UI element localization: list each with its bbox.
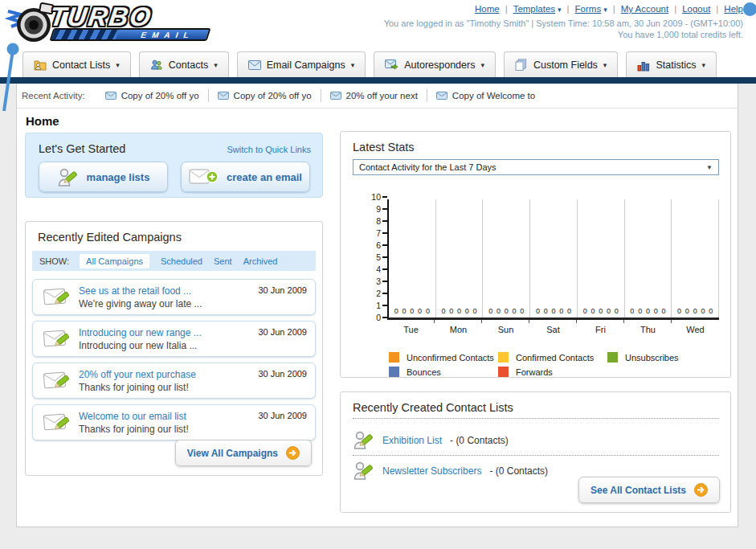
legend-item: Unconfirmed Contacts xyxy=(389,352,498,363)
person-pencil-icon xyxy=(353,460,374,481)
logo-sub: EMAIL xyxy=(140,31,196,39)
campaign-title-link[interactable]: Welcome to our email list xyxy=(79,411,189,422)
chevron-down-icon: ▾ xyxy=(480,61,484,69)
stats-dropdown-value: Contact Activity for the Last 7 Days xyxy=(359,162,497,172)
recent-activity-item-label: Copy of Welcome to xyxy=(452,91,535,100)
chevron-down-icon: ▾ xyxy=(603,61,607,69)
chart-group: 00000 xyxy=(578,199,625,318)
envelope-pencil-icon xyxy=(43,412,79,434)
campaign-item: Welcome to our email listThanks for join… xyxy=(32,404,316,440)
chart-group: 00000 xyxy=(530,199,578,318)
header-link-home[interactable]: Home xyxy=(475,4,500,14)
envelope-icon xyxy=(436,92,447,100)
header-link-forms[interactable]: Forms▾ xyxy=(575,4,607,14)
y-axis-tick xyxy=(382,196,387,198)
header-link-logout[interactable]: Logout xyxy=(682,4,710,14)
legend-label: Unsubscribes xyxy=(625,353,679,363)
campaign-text: Welcome to our email listThanks for join… xyxy=(79,411,189,435)
view-all-campaigns-button[interactable]: View All Campaigns xyxy=(175,440,312,466)
value-label: 0 xyxy=(646,307,650,315)
tab-label: Email Campaigns xyxy=(267,59,345,71)
contact-list-link[interactable]: Exhibition List xyxy=(382,435,442,446)
link-separator: | xyxy=(505,4,508,14)
bar-chart-icon xyxy=(637,59,650,72)
envelope-icon xyxy=(105,92,116,100)
value-label: 0 xyxy=(513,307,517,315)
y-axis-label: 10 xyxy=(362,193,381,202)
legend-label: Bounces xyxy=(407,367,441,377)
main-content: Recent Activity: Copy of 20% off yoCopy … xyxy=(16,84,738,527)
campaign-item: Introducing our new range ...Introducing… xyxy=(32,321,316,357)
recent-activity-item[interactable]: Copy of 20% off yo xyxy=(96,89,209,102)
chart-group: 00000 xyxy=(389,199,436,318)
manage-lists-button[interactable]: manage lists xyxy=(39,162,168,192)
tab-custom-fields[interactable]: Custom Fields▾ xyxy=(504,51,618,77)
campaign-filter-tabs: All CampaignsScheduledSentArchived xyxy=(80,254,277,268)
legend-swatch xyxy=(607,352,618,363)
header-link-templates[interactable]: Templates▾ xyxy=(513,4,562,14)
header-link-my-account[interactable]: My Account xyxy=(621,4,668,14)
arrow-circle-icon xyxy=(694,483,708,497)
y-axis-tick xyxy=(382,305,387,306)
tab-statistics[interactable]: Statistics▾ xyxy=(626,51,717,77)
campaign-date: 30 Jun 2009 xyxy=(258,369,307,379)
chart-groups: 00000000000000000000000000000000000 xyxy=(389,199,719,318)
chart-legend: Unconfirmed ContactsConfirmed ContactsUn… xyxy=(389,352,717,381)
recent-activity-item[interactable]: Copy of 20% off yo xyxy=(209,89,321,102)
tab-contact-lists[interactable]: Contact Lists▾ xyxy=(22,51,131,77)
campaign-filter-bar: SHOW: All CampaignsScheduledSentArchived xyxy=(32,251,316,271)
filter-tab-sent[interactable]: Sent xyxy=(214,256,232,266)
y-axis-label: 6 xyxy=(362,241,381,250)
y-axis-tick xyxy=(382,220,387,222)
filter-tab-all-campaigns[interactable]: All Campaigns xyxy=(80,254,149,268)
chart-group: 00000 xyxy=(625,199,672,318)
switch-quick-links-link[interactable]: Switch to Quick Links xyxy=(227,145,311,154)
tab-label: Custom Fields xyxy=(533,59,598,71)
needle-decoration xyxy=(0,40,22,117)
link-separator: | xyxy=(613,4,615,14)
value-label: 0 xyxy=(599,307,603,315)
recent-activity-item[interactable]: 20% off your next xyxy=(321,89,427,102)
get-started-header: Let's Get Started Switch to Quick Links xyxy=(26,133,322,155)
logo-email-bar: EMAIL xyxy=(49,28,210,41)
view-all-campaigns-label: View All Campaigns xyxy=(187,448,278,459)
value-label: 0 xyxy=(615,307,619,315)
x-axis-label: Thu xyxy=(624,320,672,334)
y-axis-tick xyxy=(382,317,387,318)
header-link-help[interactable]: Help xyxy=(724,4,743,14)
stats-dropdown[interactable]: Contact Activity for the Last 7 Days ▼ xyxy=(353,159,719,175)
tab-autoresponders[interactable]: Autoresponders▾ xyxy=(374,51,496,77)
value-label: 0 xyxy=(583,307,587,315)
legend-label: Unconfirmed Contacts xyxy=(407,353,494,363)
tab-contacts[interactable]: Contacts▾ xyxy=(139,51,229,77)
value-label: 0 xyxy=(677,307,681,315)
filter-tab-scheduled[interactable]: Scheduled xyxy=(161,256,202,266)
chart-value-labels: 00000 xyxy=(579,307,623,315)
value-label: 0 xyxy=(449,307,453,315)
recent-activity-item[interactable]: Copy of Welcome to xyxy=(427,89,544,102)
y-axis-tick xyxy=(382,244,387,246)
y-axis-label: 3 xyxy=(362,277,381,286)
value-label: 0 xyxy=(488,307,492,315)
campaign-title-link[interactable]: 20% off your next purchase xyxy=(79,369,196,380)
legend-item: Forwards xyxy=(498,367,607,377)
create-an-email-button[interactable]: create an email xyxy=(181,162,310,192)
contact-list-link[interactable]: Newsletter Subscribers xyxy=(382,465,481,477)
value-label: 0 xyxy=(630,307,634,315)
value-label: 0 xyxy=(654,307,658,315)
value-label: 0 xyxy=(551,307,555,315)
see-all-contact-lists-button[interactable]: See All Contact Lists xyxy=(578,477,720,503)
pages-icon xyxy=(515,59,528,72)
filter-tab-archived[interactable]: Archived xyxy=(243,256,278,266)
value-label: 0 xyxy=(505,307,509,315)
contact-list-detail: - (0 Contacts) xyxy=(450,435,509,446)
recent-activity-item-label: Copy of 20% off yo xyxy=(121,91,199,100)
arrow-circle-icon xyxy=(286,446,300,460)
logo-word: TURBO xyxy=(48,5,154,29)
campaign-title-link[interactable]: See us at the retail food ... xyxy=(79,285,202,297)
tab-email-campaigns[interactable]: Email Campaigns▾ xyxy=(237,51,366,77)
y-axis-label: 5 xyxy=(362,253,381,262)
credits-text: You have 1,000 total credits left. xyxy=(384,29,743,40)
envelope-pencil-icon xyxy=(43,328,79,350)
campaign-title-link[interactable]: Introducing our new range ... xyxy=(79,327,202,338)
